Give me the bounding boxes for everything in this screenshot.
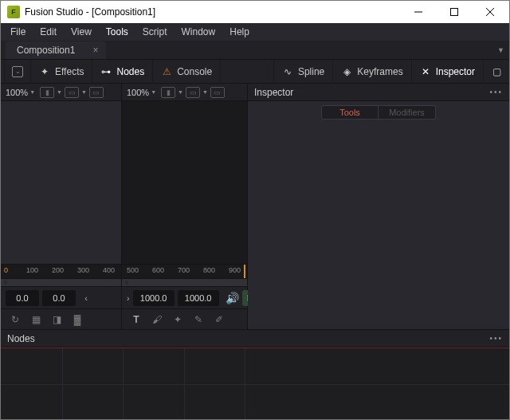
- viewer-right-toolbar: 100%▼ ▮▼ ▭▼ ▭: [122, 84, 247, 101]
- main-toolbar: ⌄ ✦Effects ⊶Nodes ⚠Console ∿Spline ◈Keyf…: [1, 60, 509, 84]
- range-end-field[interactable]: [133, 290, 175, 306]
- nodes-menu-icon[interactable]: •••: [489, 334, 503, 343]
- node-toolbar-right: T 🖌 ✦ ✎ ✐: [122, 308, 247, 329]
- layout-b2-icon[interactable]: ▭: [186, 87, 200, 98]
- keyframes-icon: ◈: [341, 66, 352, 77]
- time-scrollbar-right[interactable]: [122, 278, 247, 286]
- tab-close-icon[interactable]: ×: [92, 45, 98, 55]
- time-scrollbar[interactable]: [1, 278, 121, 286]
- secondary-display-button[interactable]: ▢: [483, 60, 509, 84]
- viewer-right-canvas[interactable]: [122, 101, 247, 264]
- tool-mask-icon[interactable]: ✐: [210, 312, 229, 327]
- inspector-menu-icon[interactable]: •••: [489, 88, 503, 96]
- nodes-icon: ⊶: [100, 66, 112, 77]
- menu-bar: File Edit View Tools Script Window Help: [1, 23, 509, 41]
- nodes-panel: Nodes •••: [1, 329, 509, 419]
- close-button[interactable]: [472, 1, 508, 23]
- workspace: 100%▼ ▮▼ ▭▼ ▭ 0 100 200 300 400 ‹ ↻ ▦ ◨ …: [1, 84, 509, 329]
- global-end-field[interactable]: [178, 290, 219, 306]
- viewer-left-toolbar: 100%▼ ▮▼ ▭▼ ▭: [1, 84, 121, 101]
- inspector-button[interactable]: ✕Inspector: [411, 60, 483, 84]
- tab-label: Composition1: [17, 45, 75, 56]
- nodes-header: Nodes •••: [1, 330, 509, 347]
- composition-tab-bar: Composition1 × ▼: [1, 41, 509, 60]
- tool-blur-icon[interactable]: ▓: [68, 312, 87, 327]
- range-end-marker: [244, 265, 245, 278]
- layout-a2-icon[interactable]: ▮: [161, 87, 175, 98]
- menu-script[interactable]: Script: [136, 25, 174, 39]
- layout-c-icon[interactable]: ▭: [89, 87, 104, 98]
- nodes-button[interactable]: ⊶Nodes: [92, 60, 153, 84]
- step-forward-button[interactable]: ›: [127, 290, 130, 306]
- viewer-left-panel: 100%▼ ▮▼ ▭▼ ▭ 0 100 200 300 400 ‹ ↻ ▦ ◨ …: [1, 84, 122, 329]
- spline-icon: ∿: [282, 66, 293, 77]
- tool-particles-icon[interactable]: ✦: [168, 312, 187, 327]
- menu-file[interactable]: File: [4, 25, 32, 39]
- zoom-select-right[interactable]: 100%▼: [124, 88, 159, 97]
- display-icon: ▢: [491, 66, 502, 77]
- title-bar: F Fusion Studio - [Composition1]: [1, 1, 509, 23]
- app-icon: F: [7, 6, 20, 18]
- playback-bar: ‹: [1, 286, 121, 308]
- inspector-tabs: Tools Modifiers: [248, 101, 509, 124]
- tool-transform-icon[interactable]: ✎: [189, 312, 208, 327]
- inspector-tab-modifiers[interactable]: Modifiers: [379, 105, 436, 120]
- audio-toggle-icon[interactable]: 🔊: [226, 292, 239, 304]
- inspector-header: Inspector •••: [248, 84, 509, 101]
- window-title: Fusion Studio - [Composition1]: [25, 6, 400, 18]
- minimize-button[interactable]: [400, 1, 436, 23]
- layout-c2-icon[interactable]: ▭: [210, 87, 225, 98]
- spline-button[interactable]: ∿Spline: [273, 60, 332, 84]
- menu-edit[interactable]: Edit: [33, 25, 63, 39]
- inspector-tab-tools[interactable]: Tools: [321, 105, 379, 120]
- viewer-right-panel: 100%▼ ▮▼ ▭▼ ▭ 500 600 700 800 900 › 🔊 Re…: [122, 84, 248, 329]
- menu-tools[interactable]: Tools: [100, 25, 135, 39]
- menu-window[interactable]: Window: [175, 25, 222, 39]
- effects-icon: ✦: [39, 66, 50, 77]
- keyframes-button[interactable]: ◈Keyframes: [332, 60, 410, 84]
- range-start-field[interactable]: [6, 290, 39, 306]
- console-icon: ⚠: [161, 66, 172, 77]
- tab-composition1[interactable]: Composition1 ×: [6, 41, 106, 59]
- tool-gradient-icon[interactable]: ◨: [47, 312, 66, 327]
- timeline-ruler[interactable]: 0 100 200 300 400: [1, 264, 121, 278]
- tool-paint-icon[interactable]: 🖌: [147, 312, 167, 327]
- nodes-canvas[interactable]: [1, 348, 509, 419]
- layout-b-icon[interactable]: ▭: [65, 87, 79, 98]
- zoom-select-left[interactable]: 100%▼: [3, 88, 37, 97]
- maximize-button[interactable]: [436, 1, 472, 23]
- inspector-panel: Inspector ••• Tools Modifiers: [248, 84, 509, 329]
- tool-loader-icon[interactable]: ↻: [6, 312, 25, 327]
- current-frame-field[interactable]: [42, 290, 76, 306]
- layout-a-icon[interactable]: ▮: [40, 87, 54, 98]
- timeline-ruler-right[interactable]: 500 600 700 800 900: [122, 264, 247, 278]
- menu-view[interactable]: View: [65, 25, 98, 39]
- menu-help[interactable]: Help: [223, 25, 256, 39]
- console-button[interactable]: ⚠Console: [153, 60, 221, 84]
- effects-button[interactable]: ✦Effects: [31, 60, 92, 84]
- tool-bg-icon[interactable]: ▦: [26, 312, 45, 327]
- viewer-left-canvas[interactable]: [1, 101, 121, 264]
- layout-dropdown-button[interactable]: ⌄: [4, 60, 31, 84]
- step-back-button[interactable]: ‹: [79, 290, 93, 306]
- tabbar-menu-icon[interactable]: ▼: [497, 46, 504, 54]
- node-toolbar: ↻ ▦ ◨ ▓: [1, 308, 121, 329]
- svg-rect-1: [450, 9, 457, 16]
- tool-text-icon[interactable]: T: [127, 312, 146, 327]
- playback-bar-right: › 🔊 Re: [122, 286, 247, 308]
- inspector-icon: ✕: [420, 66, 431, 77]
